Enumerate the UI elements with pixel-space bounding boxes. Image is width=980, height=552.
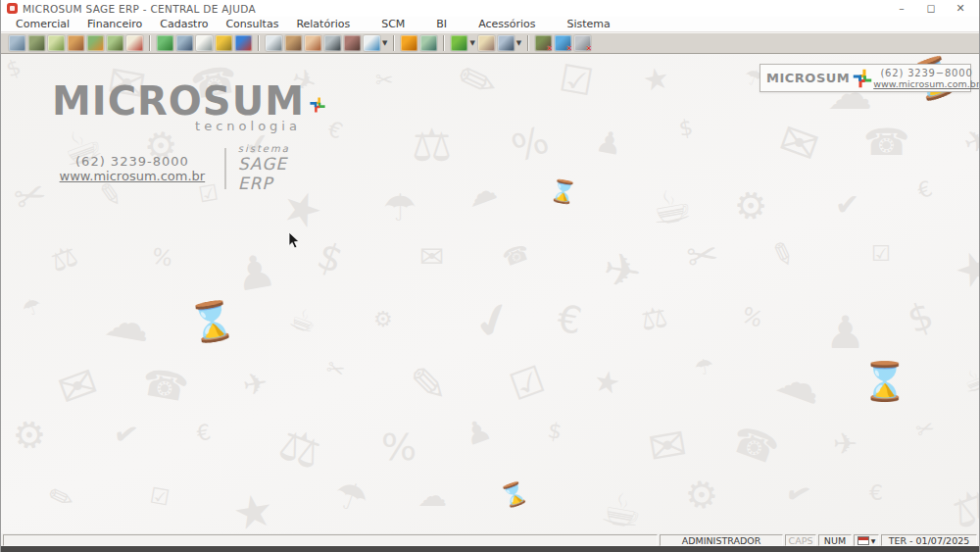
watermark-glyph: ♟ — [461, 414, 496, 450]
watermark-glyph: ✈ — [960, 124, 979, 160]
watermark-glyph: ✎ — [452, 54, 503, 109]
menu-item-acessorios[interactable]: Acessórios — [469, 18, 544, 30]
watermark-glyph: ♟ — [231, 247, 279, 298]
brand-subtitle: tecnologia — [52, 119, 305, 133]
watermark-glyph: ♟ — [594, 126, 625, 160]
brand-phone: (62) 3239-8000 — [52, 154, 213, 169]
watermark-glyph: ✂ — [323, 357, 348, 383]
toolbar-separator — [149, 35, 151, 51]
toolbar-group — [5, 35, 147, 51]
menu-item-cadastro[interactable]: Cadastro — [151, 18, 217, 30]
brand-website-link[interactable]: www.microsum.com.br — [52, 169, 213, 183]
watermark-glyph: ✂ — [913, 417, 938, 443]
watermark-glyph: ✈ — [600, 245, 645, 296]
minimize-button[interactable]: – — [887, 2, 916, 15]
mini-logo-text: MICROSUM — [766, 71, 850, 85]
watermark-glyph: ⌛ — [861, 363, 907, 400]
toolbar-group — [397, 35, 441, 51]
status-bar: ADMINISTRADOR CAPS NUM ▼ TER - 01/07/202… — [1, 533, 979, 546]
close-button[interactable]: ✕ — [946, 2, 975, 15]
globe-block-icon[interactable]: ✕ — [555, 35, 571, 51]
status-message-panel — [3, 534, 658, 546]
ledger-green-icon[interactable] — [157, 35, 173, 51]
stamp-icon[interactable] — [478, 35, 495, 51]
brand-name: MICROSUM — [52, 81, 305, 121]
window-controls: – ◻ ✕ — [887, 2, 975, 15]
menu-item-consultas[interactable]: Consultas — [217, 18, 287, 30]
company-info-box: MICROSUM (62) 3239−8000 www.microsum.com… — [760, 64, 971, 92]
chevron-down-icon[interactable]: ▼ — [382, 39, 387, 47]
system-name: SAGE ERP — [238, 154, 326, 193]
chevron-down-icon[interactable]: ▼ — [469, 39, 474, 47]
watermark-glyph: ☁ — [102, 296, 154, 348]
app-window: MICROSUM SAGE ERP - CENTRAL DE AJUDA – ◻… — [0, 0, 980, 552]
install-disk-icon[interactable] — [48, 35, 65, 51]
maximize-button[interactable]: ◻ — [916, 2, 946, 15]
report-print-icon[interactable] — [364, 35, 380, 51]
watermark-glyph: ✈ — [241, 368, 270, 401]
watermark-glyph: % — [150, 245, 173, 270]
watermark-glyph: ☎ — [139, 363, 191, 408]
watermark-glyph: ☂ — [383, 189, 416, 226]
settings-block-icon[interactable]: ✕ — [574, 35, 591, 51]
clipboard-check-icon[interactable] — [126, 35, 143, 51]
copy-pages-icon[interactable] — [196, 35, 213, 51]
columns-icon[interactable] — [324, 35, 341, 51]
blocked-x-icon: ✕ — [546, 44, 553, 53]
monitor-lock-icon[interactable]: ✕ — [535, 35, 552, 51]
chart-wheel-icon[interactable] — [235, 35, 252, 51]
watermark-glyph: € — [869, 482, 883, 504]
money-folder-icon[interactable] — [216, 35, 232, 51]
window-title: MICROSUM SAGE ERP - CENTRAL DE AJUDA — [23, 3, 256, 15]
watermark-glyph: ☁ — [417, 481, 447, 511]
workstation-icon[interactable] — [9, 35, 25, 51]
chevron-down-icon[interactable]: ▼ — [516, 39, 521, 47]
menu-item-relatorios[interactable]: Relatórios — [287, 18, 359, 30]
menu-item-bi[interactable]: BI — [427, 18, 456, 30]
watermark-glyph: ☕ — [647, 181, 695, 232]
calculator-icon[interactable] — [498, 35, 514, 51]
watermark-glyph: ☎ — [863, 124, 909, 161]
menu-item-comercial[interactable]: Comercial — [7, 18, 78, 30]
menu-item-scm[interactable]: SCM — [372, 18, 414, 30]
orange-clock-icon[interactable] — [401, 35, 417, 51]
watermark-glyph: % — [381, 428, 416, 466]
building-calc-icon[interactable] — [176, 35, 193, 51]
calendar-icon — [858, 536, 869, 545]
watermark-glyph: ⚖ — [273, 420, 326, 476]
watermark-glyph: ☁ — [463, 175, 500, 212]
menu-item-financeiro[interactable]: Financeiro — [78, 18, 151, 30]
watermark-glyph: ♟ — [825, 310, 865, 355]
phonebook-icon[interactable] — [87, 35, 104, 51]
watermark-glyph: $ — [903, 296, 938, 339]
briefcase-icon[interactable] — [285, 35, 302, 51]
watermark-glyph: ⚙ — [373, 309, 393, 330]
horse-icon[interactable] — [344, 35, 361, 51]
package-icon[interactable] — [28, 35, 45, 51]
watermark-glyph: ☕ — [598, 484, 646, 533]
watermark-glyph: ✈ — [833, 429, 858, 459]
watermark-glyph: € — [195, 422, 213, 445]
watermark-glyph: ✎ — [766, 237, 800, 274]
brand-divider — [224, 148, 226, 189]
watermark-glyph: ★ — [948, 240, 979, 296]
crate-icon[interactable] — [68, 35, 84, 51]
dove-icon[interactable] — [266, 35, 282, 51]
blocked-x-icon: ✕ — [585, 44, 592, 53]
watermark-glyph: ☑ — [506, 360, 550, 406]
title-bar: MICROSUM SAGE ERP - CENTRAL DE AJUDA – ◻… — [1, 0, 979, 17]
watermark-glyph: ✉ — [773, 116, 824, 171]
header-website-link[interactable]: www.microsum.com.br — [873, 78, 979, 89]
watermark-glyph: ⌛ — [498, 480, 530, 510]
toolbar-group: ✕✕✕ — [531, 35, 595, 51]
watermark-glyph: ⚖ — [412, 123, 452, 168]
status-calendar-button[interactable]: ▼ — [854, 534, 879, 546]
menu-item-sistema[interactable]: Sistema — [559, 18, 619, 30]
gamepad-icon[interactable] — [107, 35, 123, 51]
watermark-glyph: ☂ — [20, 294, 45, 321]
toolbar-group: ▼▼ — [447, 35, 525, 51]
watermark-glyph: ✉ — [419, 242, 444, 272]
notebook-icon[interactable] — [420, 35, 437, 51]
refresh-arrow-icon[interactable] — [451, 35, 467, 51]
piggy-bank-icon[interactable] — [305, 35, 321, 51]
